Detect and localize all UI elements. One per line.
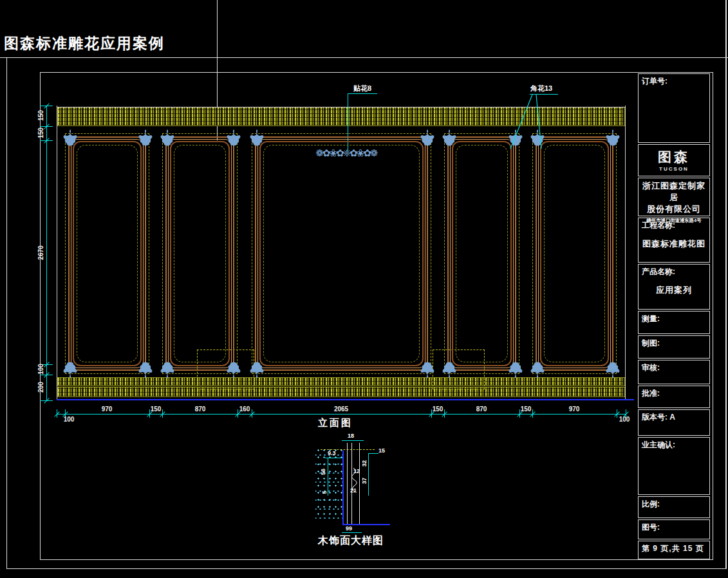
figure-no-label: 图号: bbox=[639, 520, 709, 535]
corner-ornament-icon bbox=[138, 362, 153, 378]
detail-dim-right-b: 32 bbox=[361, 460, 368, 467]
dim-label-bottom: 150 bbox=[143, 406, 169, 413]
corner-ornament-icon bbox=[530, 129, 545, 146]
wall-outline-left bbox=[57, 106, 57, 400]
corner-ornament-icon bbox=[63, 129, 77, 146]
panel-moulding-frame bbox=[174, 145, 226, 362]
owner-confirm-label: 业主确认: bbox=[639, 438, 709, 452]
corner-ornament-icon bbox=[227, 129, 241, 146]
dim-label-left: 2670 bbox=[37, 243, 44, 263]
corner-ornament-icon bbox=[63, 362, 77, 378]
dimension-line-bottom bbox=[57, 414, 626, 415]
corner-ornament-icon bbox=[509, 362, 523, 378]
dim-label-left: 150 bbox=[37, 124, 44, 143]
dim-label-left: 150 bbox=[37, 106, 44, 126]
dim-label-bottom: 870 bbox=[187, 406, 213, 413]
cornerflower-callout-label: 角花13 bbox=[530, 84, 552, 93]
titleblock-page-cell: 第 9 页,共 15 页 bbox=[638, 541, 710, 559]
detail-substrate-vline bbox=[342, 451, 344, 525]
detail-dim-left-vline bbox=[328, 458, 328, 496]
panel-moulding-frame bbox=[263, 145, 420, 362]
sheet-border-right bbox=[725, 0, 727, 569]
titleblock-logo-cell: 图森 TUCSON bbox=[638, 144, 710, 176]
detail-profile-line-1 bbox=[347, 443, 348, 524]
panel-moulding-frame bbox=[544, 145, 605, 362]
corner-ornament-icon bbox=[250, 129, 264, 146]
titleblock-project-cell: 工程名称: 图森标准雕花图 bbox=[638, 218, 710, 263]
sheet-border-top bbox=[0, 57, 728, 58]
corner-ornament-icon bbox=[250, 362, 264, 378]
corner-ornament-icon bbox=[420, 129, 434, 146]
corner-ornament-icon bbox=[606, 129, 620, 146]
dim-label-bottom: 150 bbox=[513, 406, 539, 413]
elevation-view-label: 立面图 bbox=[318, 417, 353, 429]
corner-ornament-icon bbox=[509, 129, 523, 146]
floor-line bbox=[57, 399, 634, 400]
company-name-line1: 浙江图森定制家居 bbox=[639, 180, 709, 203]
measure-label: 测量: bbox=[639, 312, 709, 326]
product-label: 产品名称: bbox=[639, 265, 709, 279]
corner-ornament-icon bbox=[160, 362, 174, 378]
product-value: 应用案列 bbox=[639, 284, 709, 296]
sheet-border-bottom bbox=[6, 568, 726, 569]
titleblock-measure-cell: 测量: bbox=[638, 311, 710, 334]
panel-moulding-frame bbox=[77, 145, 138, 362]
dim-label-bottom: 2065 bbox=[327, 406, 355, 413]
titleblock-draft-cell: 制图: bbox=[638, 335, 710, 359]
titleblock-scale-cell: 比例: bbox=[638, 496, 710, 518]
wall-panel bbox=[444, 133, 519, 374]
detail-dim-bottom-line bbox=[342, 532, 362, 533]
tucson-logo: 图森 bbox=[639, 148, 709, 166]
wall-panel bbox=[532, 133, 617, 374]
title-block: 订单号: 图森 TUCSON 浙江图森定制家居 股份有限公司 嵊州市浦口街道浦东… bbox=[636, 72, 713, 560]
detail-dim-mid-a: 12 bbox=[353, 468, 360, 474]
detail-dim-top-line bbox=[342, 440, 364, 441]
dim-label-bottom: 870 bbox=[469, 406, 494, 413]
decal-leader-underline bbox=[348, 93, 377, 94]
corner-ornament-icon bbox=[138, 129, 153, 146]
detail-dim-right-vline bbox=[368, 453, 369, 496]
cornice-hatch-band bbox=[57, 107, 625, 126]
dim-label-left: 100 bbox=[37, 360, 44, 379]
corner-ornament-icon bbox=[420, 362, 434, 378]
dim-label-bottom: 970 bbox=[94, 406, 120, 413]
titleblock-review-cell: 审核: bbox=[638, 360, 710, 384]
cad-sheet: { "page_title": "图森标准雕花应用案例", "elevation… bbox=[0, 0, 728, 578]
detail-dim-left-c: 5 bbox=[321, 490, 328, 494]
wall-panel bbox=[65, 133, 149, 374]
detail-profile-line-2 bbox=[351, 443, 352, 524]
sheet-border-left bbox=[6, 57, 7, 569]
baseboard-band-lower bbox=[57, 387, 625, 397]
corner-ornament-icon bbox=[606, 362, 620, 378]
project-value: 图森标准雕花图 bbox=[639, 238, 709, 250]
scale-label: 比例: bbox=[639, 497, 709, 512]
detail-dim-right-a: 15 bbox=[378, 447, 385, 454]
titleblock-product-cell: 产品名称: 应用案列 bbox=[638, 264, 710, 310]
wall-panel bbox=[162, 133, 238, 374]
cornerflower-leader-underline bbox=[530, 94, 558, 95]
version-label: 版本号: A bbox=[639, 410, 709, 425]
dim-extension bbox=[40, 400, 53, 401]
dim-label-left: 200 bbox=[37, 378, 44, 397]
detail-dim-mid-b: 21 bbox=[350, 487, 357, 494]
panel-moulding-frame bbox=[456, 145, 508, 362]
dim-extension bbox=[57, 409, 57, 418]
dimension-line-left bbox=[46, 106, 47, 400]
titleblock-approve-cell: 批准: bbox=[638, 386, 710, 408]
detail-dim-bottom: 99 bbox=[346, 525, 352, 532]
baseboard-band-upper bbox=[57, 377, 625, 386]
corner-ornament-icon bbox=[442, 129, 456, 146]
page-title: 图森标准雕花应用案例 bbox=[4, 33, 165, 53]
tucson-logo-sub: TUCSON bbox=[639, 166, 709, 172]
detail-profile-line-3 bbox=[359, 443, 360, 524]
approve-label: 批准: bbox=[639, 386, 709, 401]
wall-outline-right bbox=[625, 106, 626, 400]
titleblock-owner-cell: 业主确认: bbox=[638, 437, 710, 495]
page-number-label: 第 9 页,共 15 页 bbox=[639, 541, 709, 556]
project-label: 工程名称: bbox=[639, 218, 709, 233]
company-name-line2: 股份有限公司 bbox=[639, 203, 709, 215]
titleblock-company-cell: 浙江图森定制家居 股份有限公司 嵊州市浦口街道浦东路4号 bbox=[638, 178, 710, 216]
corner-ornament-icon bbox=[530, 362, 545, 378]
dim-label-bottom: 150 bbox=[425, 406, 451, 413]
titleblock-version-cell: 版本号: A bbox=[638, 409, 710, 436]
